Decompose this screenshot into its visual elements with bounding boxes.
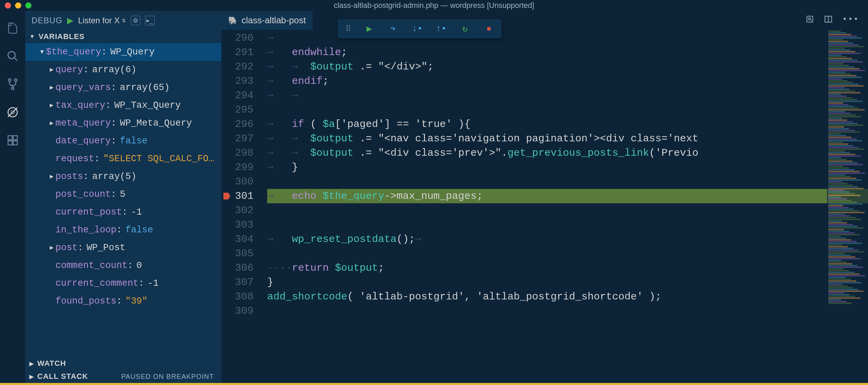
line-number: 303 — [232, 218, 254, 232]
variable-value: array(65) — [120, 79, 170, 97]
step-out-button[interactable]: ↑• — [436, 24, 446, 34]
split-editor-icon[interactable] — [824, 15, 833, 26]
chevron-right-icon: ▶ — [48, 97, 55, 114]
window-title: class-altlab-postgrid-admin.php — wordpr… — [334, 1, 534, 10]
variable-row[interactable]: ▶meta_query:WP_Meta_Query — [25, 114, 221, 132]
code-line[interactable]: → → $output .= "<nav class='navigation p… — [267, 131, 868, 146]
code-line[interactable] — [267, 175, 868, 189]
code-line[interactable] — [267, 304, 868, 318]
code-line[interactable]: } — [267, 275, 868, 290]
search-icon[interactable] — [6, 49, 20, 63]
code-editor[interactable]: 2902912922932942952962972982993003013023… — [221, 30, 868, 383]
line-number: 295 — [232, 103, 254, 117]
variable-name: post — [55, 239, 78, 257]
code-line[interactable]: → → $output .= "</div>"; — [267, 60, 868, 74]
variable-row[interactable]: request:"SELECT SQL_CALC_FO… — [25, 150, 221, 168]
extensions-icon[interactable] — [6, 133, 20, 147]
debug-console-icon[interactable]: ▸_ — [145, 16, 155, 25]
variable-row[interactable]: ▶posts:array(5) — [25, 168, 221, 185]
variable-value: 0 — [137, 257, 142, 274]
code-line[interactable] — [267, 246, 868, 261]
code-line[interactable]: → endwhile; — [267, 45, 868, 60]
line-number: 293 — [232, 74, 254, 88]
line-number: 309 — [232, 304, 254, 318]
line-number: 297 — [232, 131, 254, 146]
variable-row[interactable]: post_count:5 — [25, 185, 221, 203]
find-in-file-icon[interactable] — [805, 15, 814, 26]
chevron-right-icon: ▶ — [29, 373, 34, 380]
code-line[interactable]: → → — [267, 88, 868, 103]
svg-rect-9 — [13, 136, 17, 140]
continue-button[interactable]: ▶ — [364, 23, 374, 34]
line-number: 308 — [232, 290, 254, 304]
code-line[interactable]: → } — [267, 160, 868, 175]
line-number: 300 — [232, 175, 254, 189]
variable-row[interactable]: ▶query:array(6) — [25, 61, 221, 79]
variable-name: date_query — [55, 132, 111, 150]
variable-value: array(5) — [92, 168, 137, 185]
window-maximize-button[interactable] — [25, 2, 31, 9]
variable-name: meta_query — [55, 114, 111, 132]
svg-rect-8 — [8, 136, 12, 140]
chevron-right-icon: ▶ — [48, 168, 55, 185]
variable-row[interactable]: current_comment:-1 — [25, 274, 221, 292]
code-line[interactable]: → echo $the_query->max_num_pages; — [267, 189, 868, 203]
restart-button[interactable]: ↻ — [460, 23, 470, 34]
svg-point-3 — [14, 79, 17, 81]
variable-row[interactable]: date_query:false — [25, 132, 221, 150]
code-line[interactable] — [267, 103, 868, 117]
code-line[interactable]: → endif; — [267, 74, 868, 88]
code-line[interactable] — [267, 218, 868, 232]
code-line[interactable]: → → $output .= "<div class='prev'>".get_… — [267, 146, 868, 160]
debug-icon[interactable] — [6, 105, 20, 119]
line-number: 298 — [232, 146, 254, 160]
variables-section-header[interactable]: ▼ VARIABLES — [25, 30, 221, 43]
debug-header: DEBUG ▶ Listen for X ⇅ ⚙ ▸_ — [25, 11, 221, 30]
step-into-button[interactable]: ↓• — [412, 24, 422, 34]
svg-rect-12 — [807, 16, 813, 22]
variable-name: current_comment — [55, 274, 139, 292]
variable-row[interactable]: current_post:-1 — [25, 203, 221, 221]
code-line[interactable] — [267, 203, 868, 218]
callstack-section-header[interactable]: ▶ CALL STACK PAUSED ON BREAKPOINT — [25, 370, 221, 383]
debug-toolbar: ⠿ ▶ ↷ ↓• ↑• ↻ ■ — [338, 19, 502, 38]
svg-line-14 — [811, 20, 812, 21]
window-minimize-button[interactable] — [15, 2, 21, 9]
code-line[interactable]: → if ( $a['paged'] == 'true' ){ — [267, 117, 868, 131]
titlebar: class-altlab-postgrid-admin.php — wordpr… — [0, 0, 868, 11]
php-file-icon: 🐘 — [228, 16, 237, 25]
callstack-section-label: CALL STACK — [37, 372, 88, 381]
source-control-icon[interactable] — [6, 77, 20, 91]
breakpoint-marker[interactable] — [223, 193, 230, 200]
variable-row[interactable]: ▶post:WP_Post — [25, 239, 221, 257]
code-line[interactable]: → wp_reset_postdata();→ — [267, 232, 868, 246]
debug-config-select[interactable]: Listen for X ⇅ — [78, 16, 126, 25]
more-actions-icon[interactable]: ••• — [842, 15, 859, 26]
minimap[interactable] — [827, 30, 868, 383]
explorer-icon[interactable] — [6, 21, 20, 35]
variable-name: $the_query — [46, 43, 101, 61]
variable-row[interactable]: comment_count:0 — [25, 257, 221, 274]
window-close-button[interactable] — [5, 2, 11, 9]
variable-row[interactable]: ▶query_vars:array(65) — [25, 79, 221, 97]
line-number: 307 — [232, 275, 254, 290]
drag-grip-icon[interactable]: ⠿ — [345, 24, 350, 34]
stop-button[interactable]: ■ — [484, 25, 494, 33]
code-line[interactable]: add_shortcode( 'altlab-postgrid', 'altla… — [267, 290, 868, 304]
watch-section-header[interactable]: ▶ WATCH — [25, 357, 221, 370]
breakpoint-gutter[interactable] — [221, 30, 232, 383]
variable-row[interactable]: in_the_loop:false — [25, 221, 221, 239]
line-number-gutter: 2902912922932942952962972982993003013023… — [232, 30, 259, 383]
chevron-updown-icon: ⇅ — [122, 18, 126, 23]
step-over-button[interactable]: ↷ — [388, 23, 398, 34]
editor-tab[interactable]: 🐘 class-altlab-post — [221, 11, 313, 30]
chevron-right-icon: ▶ — [48, 79, 55, 97]
gear-icon[interactable]: ⚙ — [131, 16, 140, 25]
variable-row[interactable]: found_posts:"39" — [25, 292, 221, 310]
variable-row[interactable]: ▼$the_query:WP_Query — [25, 43, 221, 61]
variable-row[interactable]: ▶tax_query:WP_Tax_Query — [25, 97, 221, 114]
code-line[interactable]: ····return $output; — [267, 261, 868, 275]
code-content[interactable]: →→ endwhile;→ → $output .= "</div>";→ en… — [259, 30, 868, 383]
chevron-right-icon: ▶ — [48, 239, 55, 257]
start-debug-button[interactable]: ▶ — [67, 16, 73, 25]
